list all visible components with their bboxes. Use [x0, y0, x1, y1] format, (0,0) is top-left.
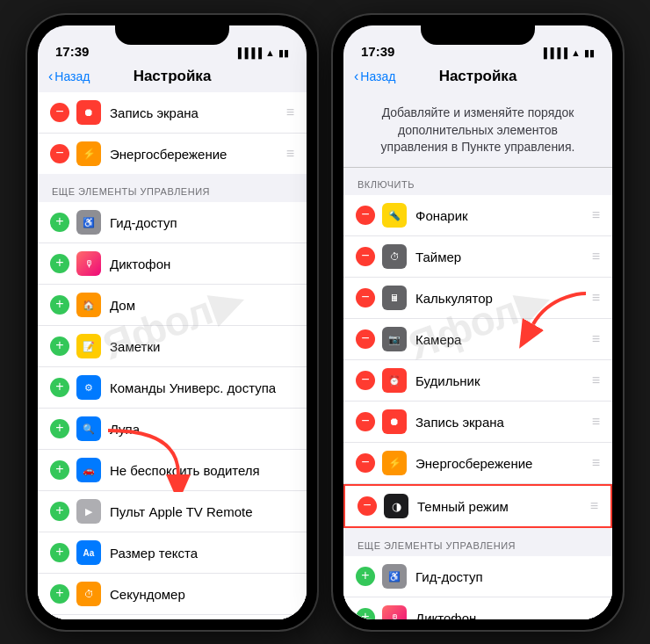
back-label-2[interactable]: Назад: [360, 69, 395, 83]
battery-icon-1: ▮▮: [278, 47, 289, 59]
remove-btn-timer[interactable]: −: [356, 247, 375, 266]
label-dictaphone: Диктофон: [110, 257, 294, 271]
battery-icon-2: ▮▮: [584, 47, 595, 59]
list-item-guide-2[interactable]: + ♿ Гид-доступ: [343, 556, 612, 597]
reorder-darkmode-2[interactable]: ≡: [590, 498, 598, 514]
list-item-darkmode-2[interactable]: − ◑ Темный режим ≡: [343, 484, 612, 528]
icon-textsize: Aa: [76, 540, 101, 565]
remove-btn-flashlight[interactable]: −: [356, 206, 375, 225]
list-item-dictaphone-2[interactable]: + 🎙 Диктофон: [343, 597, 612, 619]
reorder-energy-2[interactable]: ≡: [592, 455, 600, 471]
icon-guide: ♿: [76, 210, 101, 235]
list-item-camera[interactable]: − 📷 Камера ≡: [343, 319, 612, 360]
reorder-camera[interactable]: ≡: [592, 331, 600, 347]
list-item-alarm[interactable]: − ⏰ Будильник ≡: [343, 360, 612, 402]
reorder-timer[interactable]: ≡: [592, 249, 600, 264]
remove-btn-energy-2[interactable]: −: [356, 453, 375, 473]
add-btn-dictaphone[interactable]: +: [50, 254, 69, 273]
add-btn-notes[interactable]: +: [50, 336, 69, 356]
remove-btn-calc[interactable]: −: [356, 288, 375, 308]
add-btn-textsize[interactable]: +: [50, 543, 69, 562]
icon-symbol-dictaphone: 🎙: [84, 258, 94, 269]
add-btn-dnd-drive[interactable]: +: [50, 460, 69, 480]
scroll-1[interactable]: − ⏺ Запись экрана ≡ − ⚡ Энергосбережение: [38, 92, 307, 619]
label-energy: Энергосбережение: [110, 147, 279, 162]
remove-btn-record-2[interactable]: −: [356, 412, 375, 431]
list-item-commands[interactable]: + ⚙ Команды Универс. доступа: [38, 367, 307, 409]
list-item-home[interactable]: + 🏠 Дом: [38, 285, 307, 326]
remove-btn-alarm[interactable]: −: [356, 371, 375, 390]
reorder-record-2[interactable]: ≡: [592, 414, 600, 430]
description-2: Добавляйте и изменяйте порядок дополните…: [343, 92, 612, 167]
add-btn-magnifier[interactable]: +: [50, 419, 69, 438]
notch-1: [115, 15, 229, 45]
label-record: Запись экрана: [110, 105, 279, 120]
status-icons-1: ▐▐▐▐ ▲ ▮▮: [235, 47, 289, 59]
list-item-appletv[interactable]: + ▶ Пульт Apple TV Remote: [38, 491, 307, 532]
label-textsize: Размер текста: [110, 546, 294, 561]
section-header-more-1: ЕЩЕ ЭЛЕМЕНТЫ УПРАВЛЕНИЯ: [38, 174, 307, 202]
icon-symbol-flashlight: 🔦: [388, 210, 401, 221]
screen-1: 17:39 ▐▐▐▐ ▲ ▮▮ ‹ Назад Настройка: [38, 25, 307, 619]
add-btn-dictaphone-2[interactable]: +: [356, 608, 375, 619]
section-header-more-2: ЕЩЕ ЭЛЕМЕНТЫ УПРАВЛЕНИЯ: [343, 528, 612, 556]
list-item-record[interactable]: − ⏺ Запись экрана ≡: [38, 92, 307, 134]
remove-btn-record[interactable]: −: [50, 103, 69, 122]
list-item-textsize[interactable]: + Aa Размер текста: [38, 532, 307, 574]
phones-container: 17:39 ▐▐▐▐ ▲ ▮▮ ‹ Назад Настройка: [27, 15, 623, 630]
back-btn-1[interactable]: ‹ Назад: [48, 69, 90, 84]
nav-bar-1: ‹ Назад Настройка: [38, 64, 307, 92]
icon-symbol-camera: 📷: [388, 334, 401, 345]
nav-bar-2: ‹ Назад Настройка: [343, 64, 612, 92]
list-item-guide[interactable]: + ♿ Гид-доступ: [38, 202, 307, 243]
remove-btn-darkmode-2[interactable]: −: [358, 496, 377, 516]
list-item-record-2[interactable]: − ⏺ Запись экрана ≡: [343, 402, 612, 443]
list-item-timer[interactable]: − ⏱ Таймер ≡: [343, 236, 612, 278]
add-btn-stopwatch[interactable]: +: [50, 584, 69, 604]
icon-dictaphone: 🎙: [76, 251, 101, 276]
add-btn-home[interactable]: +: [50, 295, 69, 315]
icon-symbol-calc: 🖩: [390, 293, 400, 303]
back-btn-2[interactable]: ‹ Назад: [354, 69, 395, 84]
add-btn-guide[interactable]: +: [50, 213, 69, 232]
list-item-notes[interactable]: + 📝 Заметки: [38, 326, 307, 367]
icon-stopwatch: ⏱: [76, 582, 101, 606]
icon-symbol-alarm: ⏰: [388, 375, 401, 387]
icon-symbol-commands: ⚙: [84, 382, 93, 394]
time-1: 17:39: [55, 44, 89, 59]
back-chevron-1: ‹: [48, 69, 53, 84]
reorder-calc[interactable]: ≡: [592, 290, 600, 306]
icon-symbol-stopwatch: ⏱: [84, 589, 94, 599]
list-item-energy-2[interactable]: − ⚡ Энергосбережение ≡: [343, 443, 612, 484]
icon-symbol-energy-2: ⚡: [388, 457, 401, 469]
phone-2: 17:39 ▐▐▐▐ ▲ ▮▮ ‹ Назад Настройка Добав: [333, 15, 623, 630]
back-label-1[interactable]: Назад: [54, 69, 90, 83]
label-guide-2: Гид-доступ: [415, 569, 600, 584]
list-item-qr[interactable]: + QR Сканер QR-кода: [38, 615, 307, 619]
icon-record: ⏺: [76, 100, 101, 125]
list-item-magnifier[interactable]: + 🔍 Лупа: [38, 409, 307, 450]
list-item-calc[interactable]: − 🖩 Калькулятор ≡: [343, 278, 612, 319]
reorder-flashlight[interactable]: ≡: [592, 207, 600, 223]
remove-btn-camera[interactable]: −: [356, 329, 375, 349]
more-list-2: + ♿ Гид-доступ + 🎙 Диктофон: [343, 556, 612, 619]
add-btn-guide-2[interactable]: +: [356, 567, 375, 586]
list-item-dnd-drive[interactable]: + 🚗 Не беспокоить водителя: [38, 450, 307, 491]
icon-commands: ⚙: [76, 375, 101, 400]
reorder-alarm[interactable]: ≡: [592, 373, 600, 388]
icon-dnd-drive: 🚗: [76, 458, 101, 482]
scroll-2[interactable]: Добавляйте и изменяйте порядок дополните…: [343, 92, 612, 619]
list-item-flashlight[interactable]: − 🔦 Фонарик ≡: [343, 195, 612, 236]
list-item-stopwatch[interactable]: + ⏱ Секундомер: [38, 574, 307, 615]
remove-btn-energy[interactable]: −: [50, 144, 69, 163]
label-guide: Гид-доступ: [110, 215, 294, 230]
page-title-1: Настройка: [134, 68, 212, 85]
add-btn-commands[interactable]: +: [50, 378, 69, 397]
list-item-energy[interactable]: − ⚡ Энергосбережение ≡: [38, 134, 307, 174]
list-item-dictaphone[interactable]: + 🎙 Диктофон: [38, 243, 307, 285]
icon-alarm: ⏰: [382, 368, 407, 393]
reorder-record[interactable]: ≡: [286, 105, 294, 120]
add-btn-appletv[interactable]: +: [50, 502, 69, 521]
icon-timer: ⏱: [382, 244, 407, 269]
reorder-energy[interactable]: ≡: [286, 146, 294, 162]
